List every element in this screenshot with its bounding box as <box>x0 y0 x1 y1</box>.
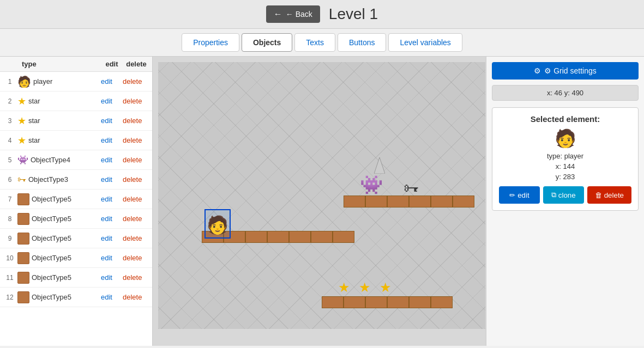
edit-link[interactable]: edit <box>101 77 123 86</box>
list-item: 5 👾 ObjectType4 edit delete <box>0 150 152 170</box>
tab-properties[interactable]: Properties <box>182 33 239 52</box>
tab-buttons[interactable]: Buttons <box>338 33 386 52</box>
grid-settings-label: ⚙ Grid settings <box>544 66 596 75</box>
enemy-icon: 👾 <box>17 155 28 165</box>
star-sprite-1: ★ <box>338 280 350 295</box>
back-label: ← Back <box>286 10 312 19</box>
edit-link[interactable]: edit <box>101 273 123 282</box>
row-name: ★ star <box>17 95 101 107</box>
edit-link[interactable]: edit <box>101 234 123 242</box>
delete-link[interactable]: delete <box>123 175 150 184</box>
selected-title: Selected element: <box>499 114 631 124</box>
delete-link[interactable]: delete <box>123 254 150 262</box>
key-icon: 🗝 <box>17 175 26 185</box>
edit-link[interactable]: edit <box>101 156 123 164</box>
edit-link[interactable]: edit <box>101 136 123 144</box>
player-selection-box[interactable]: 🧑 <box>204 209 231 239</box>
element-delete-button[interactable]: 🗑 delete <box>587 186 631 204</box>
list-item: 2 ★ star edit delete <box>0 91 152 111</box>
game-canvas[interactable]: 🧑 👾 🗝 ★ ★ ★ <box>158 62 485 329</box>
row-name: ObjectType5 <box>17 213 101 225</box>
object-list: type edit delete 1 🧑 player edit delete … <box>0 57 153 346</box>
header: ← ← Back Level 1 <box>0 0 644 29</box>
col-type: type <box>17 60 101 68</box>
main-content: type edit delete 1 🧑 player edit delete … <box>0 57 644 346</box>
grid-settings-button[interactable]: ⚙ ⚙ Grid settings <box>492 62 639 80</box>
delete-link[interactable]: delete <box>123 234 150 242</box>
list-item: 4 ★ star edit delete <box>0 131 152 150</box>
edit-link[interactable]: edit <box>101 97 123 105</box>
row-number: 12 <box>2 294 17 301</box>
delete-link[interactable]: delete <box>123 156 150 164</box>
list-item: 10 ObjectType5 edit delete <box>0 248 152 268</box>
edit-link[interactable]: edit <box>101 175 123 184</box>
selected-y: y: 283 <box>499 173 631 181</box>
player-icon: 🧑 <box>17 75 31 88</box>
back-button[interactable]: ← ← Back <box>266 5 320 23</box>
delete-link[interactable]: delete <box>123 215 150 223</box>
list-header: type edit delete <box>0 57 152 72</box>
clone-icon: ⧉ <box>551 191 556 199</box>
delete-link[interactable]: delete <box>123 273 150 282</box>
list-item: 9 ObjectType5 edit delete <box>0 229 152 248</box>
edit-icon: ✏ <box>509 191 515 199</box>
edit-link[interactable]: edit <box>101 293 123 301</box>
star-sprite-2: ★ <box>359 280 371 295</box>
svg-marker-0 <box>374 157 385 174</box>
tab-objects[interactable]: Objects <box>242 33 292 52</box>
clone-label: clone <box>558 191 576 199</box>
row-number: 3 <box>2 117 17 125</box>
row-number: 7 <box>2 196 17 203</box>
delete-btn-label: delete <box>604 191 624 199</box>
list-item: 6 🗝 ObjectType3 edit delete <box>0 170 152 190</box>
edit-link[interactable]: edit <box>101 117 123 125</box>
enemy-sprite: 👾 <box>360 174 383 196</box>
edit-link[interactable]: edit <box>101 254 123 262</box>
element-clone-button[interactable]: ⧉ clone <box>543 186 584 204</box>
list-item: 11 ObjectType5 edit delete <box>0 268 152 288</box>
selected-element-panel: Selected element: 🧑 type: player x: 144 … <box>492 107 639 211</box>
row-name: ★ star <box>17 115 101 127</box>
edit-link[interactable]: edit <box>101 215 123 223</box>
block-icon <box>17 252 29 264</box>
star-icon: ★ <box>17 115 26 127</box>
block-icon <box>17 272 29 284</box>
delete-link[interactable]: delete <box>123 117 150 125</box>
row-number: 10 <box>2 254 17 262</box>
block-icon <box>17 213 29 225</box>
element-edit-button[interactable]: ✏ edit <box>499 186 540 204</box>
tab-level-variables[interactable]: Level variables <box>388 33 462 52</box>
row-number: 2 <box>2 97 17 105</box>
row-name: ObjectType5 <box>17 193 101 205</box>
list-item: 1 🧑 player edit delete <box>0 72 152 91</box>
row-number: 1 <box>2 78 17 86</box>
list-item: 12 ObjectType5 edit delete <box>0 288 152 307</box>
star-sprite-3: ★ <box>380 280 392 295</box>
delete-link[interactable]: delete <box>123 97 150 105</box>
row-name: ObjectType5 <box>17 233 101 245</box>
delete-link[interactable]: delete <box>123 195 150 203</box>
tab-texts[interactable]: Texts <box>294 33 335 52</box>
list-item: 3 ★ star edit delete <box>0 111 152 131</box>
row-name: ObjectType5 <box>17 291 101 303</box>
row-name: 🗝 ObjectType3 <box>17 175 101 185</box>
tab-bar: Properties Objects Texts Buttons Level v… <box>0 29 644 57</box>
col-num <box>2 60 17 68</box>
right-panel: ⚙ ⚙ Grid settings x: 46 y: 490 Selected … <box>486 57 644 346</box>
star-icon: ★ <box>17 95 26 107</box>
row-number: 9 <box>2 235 17 242</box>
delete-link[interactable]: delete <box>123 77 150 86</box>
back-arrow-icon: ← <box>274 9 282 19</box>
col-edit: edit <box>101 60 123 68</box>
player-sprite: 🧑 <box>206 210 230 240</box>
delete-link[interactable]: delete <box>123 293 150 301</box>
delete-link[interactable]: delete <box>123 136 150 144</box>
canvas-area[interactable]: 🧑 👾 🗝 ★ ★ ★ <box>153 57 486 346</box>
key-sprite: 🗝 <box>404 179 419 197</box>
edit-link[interactable]: edit <box>101 195 123 203</box>
spike-sprite <box>374 157 385 175</box>
stars-group: ★ ★ ★ <box>338 280 392 295</box>
block-icon <box>17 233 29 245</box>
row-name: 👾 ObjectType4 <box>17 155 101 165</box>
row-number: 8 <box>2 215 17 223</box>
